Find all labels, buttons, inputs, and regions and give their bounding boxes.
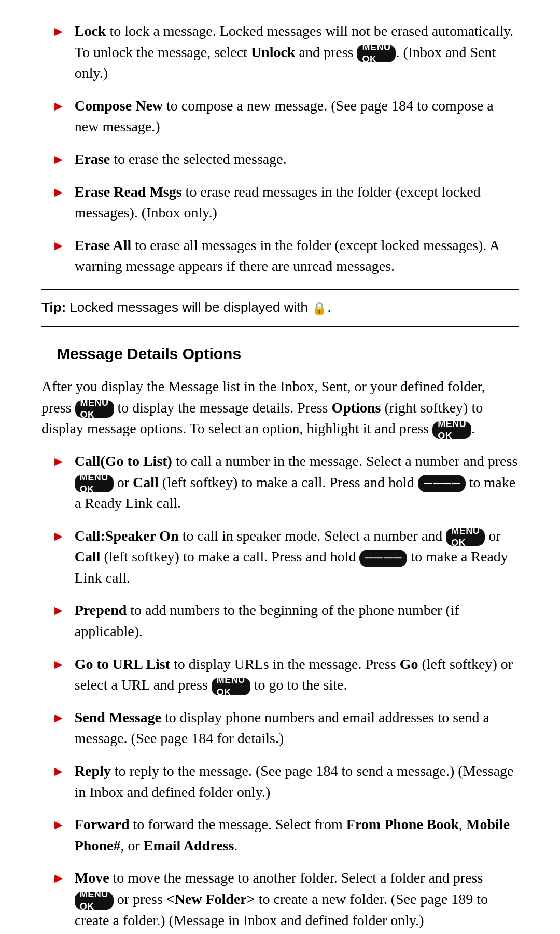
item-rest3: to go to the site. [250, 677, 347, 693]
bullet-text: Send Message to display phone numbers an… [75, 707, 519, 749]
list-item: ► Erase Read Msgs to erase read messages… [41, 182, 519, 224]
list-item: ► Go to URL List to display URLs in the … [41, 654, 519, 696]
bullet-text: Erase to erase the selected message. [75, 149, 519, 170]
item-rest: to call in speaker mode. Select a number… [179, 528, 446, 544]
bullet-text: Forward to forward the message. Select f… [75, 814, 519, 856]
bullet-text: Move to move the message to another fold… [75, 868, 519, 931]
list-item: ► Call(Go to List) to call a number in t… [41, 451, 519, 514]
item-label: Prepend [75, 602, 127, 618]
call-label: Call [75, 548, 101, 565]
bullet-text: Call:Speaker On to call in speaker mode.… [75, 526, 519, 589]
menu-ok-icon-2: MENUOK [432, 421, 471, 439]
www-button-icon: ⸻⸻⸻⸻ [418, 475, 466, 492]
email-address-label: Email Address [144, 837, 234, 854]
list-item: ► Forward to forward the message. Select… [41, 814, 519, 856]
list-item: ► Reply to reply to the message. (See pa… [41, 761, 519, 803]
bullet-arrow-icon: ► [52, 762, 65, 781]
bullet-arrow-icon: ► [52, 183, 65, 202]
new-folder-label: <New Folder> [166, 891, 255, 907]
list-item: ► Erase to erase the selected message. [41, 149, 519, 170]
bullet-arrow-icon: ► [52, 150, 65, 170]
section-heading: Message Details Options [41, 342, 519, 365]
bullet-arrow-icon: ► [52, 708, 65, 728]
item-rest2: and press [295, 44, 357, 60]
item-text: to erase all messages in the folder (exc… [75, 237, 499, 274]
tip-box: Tip: Locked messages will be displayed w… [41, 289, 519, 327]
item-label: Lock [75, 23, 106, 39]
body-part2: to display the message details. Press [114, 400, 332, 416]
menu-ok-icon: MENUOK [75, 400, 114, 418]
bullet-text: Call(Go to List) to call a number in the… [75, 451, 519, 514]
bullet-text: Go to URL List to display URLs in the me… [75, 654, 519, 696]
list-item: ► Lock to lock a message. Locked message… [41, 21, 519, 84]
item-rest: to call a number in the message. Select … [172, 453, 517, 469]
bullet-text: Compose New to compose a new message. (S… [75, 95, 519, 138]
bullet-arrow-icon: ► [52, 452, 65, 472]
menu-ok-icon: MENUOK [75, 892, 114, 910]
list-item: ► Move to move the message to another fo… [41, 868, 519, 931]
page-content: ► Lock to lock a message. Locked message… [0, 0, 560, 934]
list-item: ► Prepend to add numbers to the beginnin… [41, 600, 519, 642]
item-rest3: (left softkey) to make a call. Press and… [101, 548, 360, 565]
top-bullet-list: ► Lock to lock a message. Locked message… [41, 21, 519, 277]
bullet-arrow-icon: ► [52, 236, 65, 256]
bullet-arrow-icon: ► [52, 869, 65, 888]
item-rest2: or [114, 474, 133, 490]
item-rest2: , [459, 816, 466, 832]
bullet-arrow-icon: ► [52, 22, 65, 42]
item-rest3: (left softkey) to make a call. Press and… [159, 474, 418, 490]
bullet-text: Erase All to erase all messages in the f… [75, 235, 519, 277]
item-label: Forward [75, 816, 130, 832]
bullet-arrow-icon: ► [52, 527, 65, 546]
item-rest2: or [485, 528, 500, 544]
bullet-arrow-icon: ► [52, 97, 65, 116]
item-bold2: Unlock [251, 44, 296, 60]
tip-text: Locked messages will be displayed with [66, 299, 312, 315]
item-label: Call(Go to List) [75, 453, 172, 469]
item-text: to erase the selected message. [110, 151, 287, 167]
item-label: Compose New [75, 98, 163, 114]
call-label: Call [133, 474, 159, 490]
bullet-text: Erase Read Msgs to erase read messages i… [75, 182, 519, 224]
item-rest: to add numbers to the beginning of the p… [75, 602, 459, 639]
item-label: Erase All [75, 237, 132, 253]
menu-ok-icon: MENUOK [212, 678, 250, 695]
menu-ok-button-icon: MENUOK [357, 45, 396, 62]
from-phone-book-label: From Phone Book [346, 816, 459, 832]
body-part4: . [471, 420, 475, 436]
item-label: Reply [75, 763, 111, 779]
lock-icon: 🔒 [312, 299, 327, 318]
tip-label: Tip: [41, 299, 66, 315]
item-label: Move [75, 870, 109, 886]
menu-ok-icon: MENUOK [75, 475, 114, 492]
item-rest: to forward the message. Select from [130, 816, 346, 832]
item-label: Erase Read Msgs [75, 184, 182, 200]
menu-ok-icon: MENUOK [446, 528, 485, 546]
bullet-text: Reply to reply to the message. (See page… [75, 761, 519, 803]
item-rest2: or press [114, 891, 166, 907]
list-item: ► Erase All to erase all messages in the… [41, 235, 519, 277]
bullet-arrow-icon: ► [52, 815, 65, 835]
list-item: ► Call:Speaker On to call in speaker mod… [41, 526, 519, 589]
item-rest: to move the message to another folder. S… [109, 870, 483, 886]
item-label: Go to URL List [75, 656, 170, 672]
item-rest: to display URLs in the message. Press [170, 656, 400, 672]
bullet-text: Prepend to add numbers to the beginning … [75, 600, 519, 642]
item-label: Call:Speaker On [75, 528, 179, 544]
body-paragraph: After you display the Message list in th… [41, 376, 519, 439]
item-rest: to reply to the message. (See page 184 t… [75, 763, 514, 800]
bullet-arrow-icon: ► [52, 601, 65, 621]
bottom-bullet-list: ► Call(Go to List) to call a number in t… [41, 451, 519, 931]
tip-period: . [327, 299, 331, 315]
bullet-arrow-icon: ► [52, 655, 65, 675]
options-label: Options [331, 400, 381, 416]
item-rest4: . [234, 837, 237, 854]
item-label: Send Message [75, 709, 161, 725]
www-button-icon-2: ⸻⸻⸻⸻ [359, 550, 407, 567]
item-label: Erase [75, 151, 110, 167]
bullet-text: Lock to lock a message. Locked messages … [75, 21, 519, 84]
go-label: Go [400, 656, 418, 672]
item-rest3: , or [120, 837, 143, 854]
list-item: ► Send Message to display phone numbers … [41, 707, 519, 749]
list-item: ► Compose New to compose a new message. … [41, 95, 519, 138]
